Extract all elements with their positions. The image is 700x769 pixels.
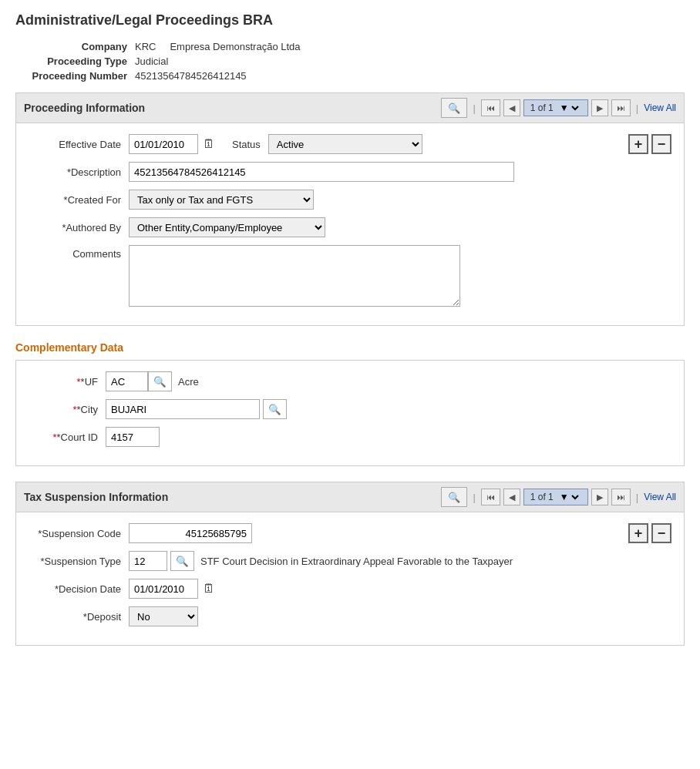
uf-input[interactable] <box>106 371 148 391</box>
uf-search-button[interactable]: 🔍 <box>148 371 172 391</box>
nav-page-text: 1 of 1 <box>530 102 554 113</box>
uf-row: *UF 🔍 Acre <box>29 371 671 391</box>
next-icon: ▶ <box>597 103 603 113</box>
status-select[interactable]: Active Inactive <box>268 134 422 154</box>
deposit-select[interactable]: No Yes <box>129 606 198 626</box>
proceeding-info-panel: Proceeding Information 🔍 | ⏮ ◀ 1 of 1 ▼ … <box>15 92 685 326</box>
company-code: KRC <box>135 41 156 52</box>
suspension-type-description: STF Court Decision in Extraordinary Appe… <box>200 556 513 567</box>
court-id-row: *Court ID <box>29 427 671 447</box>
effective-date-input[interactable] <box>129 134 198 154</box>
suspension-type-search-icon: 🔍 <box>176 556 189 567</box>
decision-date-label: *Decision Date <box>29 583 129 595</box>
tax-suspension-panel: Tax Suspension Information 🔍 | ⏮ ◀ 1 of … <box>15 482 685 646</box>
company-label: Company <box>15 41 135 52</box>
created-for-select[interactable]: Tax only or Tax and FGTS Tax only Tax an… <box>129 190 314 210</box>
nav-last-button[interactable]: ⏭ <box>611 99 631 116</box>
description-label: *Description <box>29 166 129 178</box>
nav-sep-1: | <box>473 102 475 114</box>
tax-suspension-search-button[interactable]: 🔍 <box>441 487 467 507</box>
tax-nav-page-select[interactable]: ▼ <box>557 491 581 503</box>
search-icon: 🔍 <box>448 102 460 114</box>
court-id-input[interactable] <box>106 427 160 447</box>
tax-suspension-body: *Suspension Code + − *Suspension Type 🔍 … <box>16 512 684 645</box>
city-input[interactable] <box>106 399 260 419</box>
effective-date-label: Effective Date <box>29 139 129 150</box>
tax-add-button[interactable]: + <box>628 523 648 543</box>
proceeding-type-value: Judicial <box>135 55 168 67</box>
tax-nav-first-button[interactable]: ⏮ <box>481 489 500 505</box>
proceeding-search-button[interactable]: 🔍 <box>441 98 467 118</box>
suspension-type-input[interactable] <box>129 551 167 571</box>
company-name: Empresa Demonstração Ltda <box>170 41 300 52</box>
tax-nav-sep-2: | <box>636 492 638 503</box>
city-row: *City 🔍 <box>29 399 671 419</box>
view-all-link[interactable]: View All <box>644 102 676 113</box>
effective-date-calendar-button[interactable]: 🗓 <box>201 137 217 151</box>
tax-first-icon: ⏮ <box>486 492 495 502</box>
nav-sep-2: | <box>636 102 638 114</box>
deposit-row: *Deposit No Yes <box>29 606 671 626</box>
meta-info: Company KRC Empresa Demonstração Ltda Pr… <box>15 41 685 82</box>
complementary-data-section: Complementary Data *UF 🔍 Acre *City 🔍 *C… <box>15 341 685 466</box>
tax-add-remove-buttons: + − <box>628 523 671 543</box>
comments-label: Comments <box>29 245 129 260</box>
description-input[interactable] <box>129 162 514 182</box>
tax-nav-sep-1: | <box>473 492 475 503</box>
decision-date-wrap: 🗓 <box>129 579 217 599</box>
comments-textarea[interactable] <box>129 245 460 307</box>
nav-first-button[interactable]: ⏮ <box>481 99 500 116</box>
prev-icon: ◀ <box>509 103 515 113</box>
proceeding-number-value: 45213564784526412145 <box>135 70 247 82</box>
proceeding-info-header: Proceeding Information 🔍 | ⏮ ◀ 1 of 1 ▼ … <box>16 93 684 123</box>
proceeding-number-label: Proceeding Number <box>15 70 135 82</box>
created-for-label: *Created For <box>29 194 129 206</box>
tax-nav-prev-button[interactable]: ◀ <box>503 489 520 505</box>
authored-by-select[interactable]: Other Entity,Company/Employee Company/Em… <box>129 217 325 237</box>
suspension-code-row: *Suspension Code + − <box>29 523 671 543</box>
decision-calendar-icon: 🗓 <box>203 582 215 595</box>
city-label: *City <box>29 404 106 415</box>
suspension-type-row: *Suspension Type 🔍 STF Court Decision in… <box>29 551 671 571</box>
tax-nav-next-button[interactable]: ▶ <box>591 489 608 505</box>
remove-button[interactable]: − <box>651 134 671 154</box>
nav-next-button[interactable]: ▶ <box>591 99 608 116</box>
effective-date-wrap: 🗓 <box>129 134 217 154</box>
suspension-type-search-button[interactable]: 🔍 <box>170 551 194 571</box>
decision-date-input[interactable] <box>129 579 198 599</box>
tax-remove-button[interactable]: − <box>651 523 671 543</box>
proceeding-type-label: Proceeding Type <box>15 55 135 67</box>
description-row: *Description <box>29 162 671 182</box>
tax-suspension-title: Tax Suspension Information <box>24 491 168 503</box>
suspension-type-label: *Suspension Type <box>29 556 129 567</box>
court-id-label: *Court ID <box>29 432 106 443</box>
created-for-row: *Created For Tax only or Tax and FGTS Ta… <box>29 190 671 210</box>
effective-date-row: Effective Date 🗓 Status Active Inactive … <box>29 134 671 154</box>
city-search-button[interactable]: 🔍 <box>263 399 287 419</box>
nav-page-select[interactable]: ▼ <box>557 102 581 114</box>
proceeding-info-body: Effective Date 🗓 Status Active Inactive … <box>16 123 684 325</box>
complementary-data-box: *UF 🔍 Acre *City 🔍 *Court ID <box>15 360 685 466</box>
suspension-code-label: *Suspension Code <box>29 528 129 539</box>
complementary-data-title: Complementary Data <box>15 341 685 354</box>
nav-page-indicator: 1 of 1 ▼ <box>523 99 588 116</box>
suspension-code-input[interactable] <box>129 523 252 543</box>
tax-nav-page-indicator: 1 of 1 ▼ <box>523 489 588 505</box>
authored-by-label: *Authored By <box>29 222 129 233</box>
decision-date-row: *Decision Date 🗓 <box>29 579 671 599</box>
city-search-icon: 🔍 <box>268 404 281 415</box>
nav-prev-button[interactable]: ◀ <box>503 99 520 116</box>
tax-search-icon: 🔍 <box>448 492 460 503</box>
deposit-label: *Deposit <box>29 611 129 623</box>
add-button[interactable]: + <box>628 134 648 154</box>
page-title: Administrative/Legal Proceedings BRA <box>15 12 685 29</box>
authored-by-row: *Authored By Other Entity,Company/Employ… <box>29 217 671 237</box>
status-label: Status <box>232 139 268 150</box>
proceeding-info-title: Proceeding Information <box>24 102 145 114</box>
decision-date-calendar-button[interactable]: 🗓 <box>201 582 217 596</box>
last-icon: ⏭ <box>617 103 625 112</box>
tax-suspension-header: Tax Suspension Information 🔍 | ⏮ ◀ 1 of … <box>16 482 684 512</box>
tax-view-all-link[interactable]: View All <box>644 492 676 502</box>
tax-nav-last-button[interactable]: ⏭ <box>611 489 631 505</box>
tax-nav-page-text: 1 of 1 <box>530 492 554 502</box>
